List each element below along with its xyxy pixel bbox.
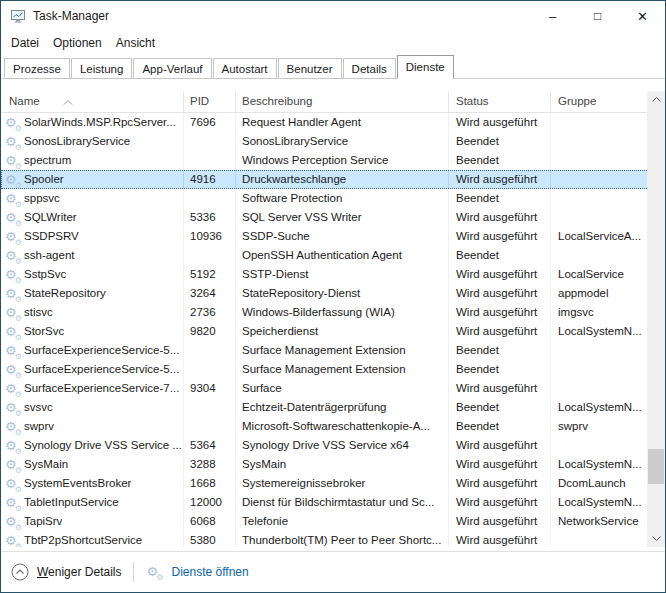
vertical-scrollbar[interactable]: [647, 91, 665, 547]
table-row[interactable]: ⚙⚙TbtP2pShortcutService5380Thunderbolt(T…: [1, 531, 649, 547]
service-group-cell: LocalSystemN...: [551, 398, 649, 417]
table-row[interactable]: ⚙⚙stisvc2736Windows-Bilderfassung (WIA)W…: [1, 303, 649, 322]
service-name: spectrum: [24, 151, 71, 170]
service-desc-cell: SSDP-Suche: [236, 227, 449, 246]
service-gear-icon: ⚙⚙: [5, 457, 20, 473]
service-pid-cell: 5380: [184, 531, 236, 547]
service-name-cell: ⚙⚙Spooler: [1, 170, 184, 189]
table-row[interactable]: ⚙⚙SonosLibraryServiceSonosLibraryService…: [1, 132, 649, 151]
column-header-name[interactable]: Name: [1, 91, 184, 112]
table-row[interactable]: ⚙⚙TabletInputService12000Dienst für Bild…: [1, 493, 649, 512]
tab-dienste[interactable]: Dienste: [397, 55, 454, 79]
service-desc-cell: Thunderbolt(TM) Peer to Peer Shortc...: [236, 531, 449, 547]
table-row[interactable]: ⚙⚙Spooler4916DruckwarteschlangeWird ausg…: [1, 170, 649, 189]
service-status-cell: Wird ausgeführt: [449, 303, 551, 322]
maximize-button[interactable]: □: [575, 1, 620, 31]
table-row[interactable]: ⚙⚙spectrumWindows Perception ServiceBeen…: [1, 151, 649, 170]
tab-autostart[interactable]: Autostart: [213, 58, 277, 79]
service-gear-icon: ⚙⚙: [5, 191, 20, 207]
service-pid-cell: 5336: [184, 208, 236, 227]
task-manager-window: Task-Manager – □ ✕ DateiOptionenAnsicht …: [0, 0, 666, 593]
close-button[interactable]: ✕: [620, 1, 665, 31]
tab-prozesse[interactable]: Prozesse: [4, 58, 70, 79]
service-name: SurfaceExperienceService-7...: [24, 379, 179, 398]
scroll-up-icon[interactable]: [647, 91, 665, 108]
table-rows: ⚙⚙SolarWinds.MSP.RpcServer...7696Request…: [1, 113, 665, 547]
table-row[interactable]: ⚙⚙StorSvc9820SpeicherdienstWird ausgefüh…: [1, 322, 649, 341]
service-pid-cell: [184, 398, 236, 417]
service-pid-cell: [184, 189, 236, 208]
table-row[interactable]: ⚙⚙swprvMicrosoft-Softwareschattenkopie-A…: [1, 417, 649, 436]
table-row[interactable]: ⚙⚙SurfaceExperienceService-5...Surface M…: [1, 360, 649, 379]
column-header-pid[interactable]: PID: [184, 91, 236, 112]
table-row[interactable]: ⚙⚙SstpSvc5192SSTP-DienstWird ausgeführtL…: [1, 265, 649, 284]
table-row[interactable]: ⚙⚙SurfaceExperienceService-5...Surface M…: [1, 341, 649, 360]
menu-item-ansicht[interactable]: Ansicht: [109, 36, 162, 50]
table-row[interactable]: ⚙⚙SurfaceExperienceService-7...9304Surfa…: [1, 379, 649, 398]
service-pid-cell: 7696: [184, 113, 236, 132]
window-controls: – □ ✕: [530, 1, 665, 31]
service-name: SolarWinds.MSP.RpcServer...: [24, 113, 176, 132]
service-name: StateRepository: [24, 284, 106, 303]
table-row[interactable]: ⚙⚙SSDPSRV10936SSDP-SucheWird ausgeführtL…: [1, 227, 649, 246]
service-group-cell: DcomLaunch: [551, 474, 649, 493]
service-name-cell: ⚙⚙SysMain: [1, 455, 184, 474]
table-row[interactable]: ⚙⚙SysMain3288SysMainWird ausgeführtLocal…: [1, 455, 649, 474]
service-name: TapiSrv: [24, 512, 62, 531]
footer-bar: Weniger Details ⚙⚙ Dienste öffnen: [1, 551, 665, 592]
menu-item-datei[interactable]: Datei: [4, 36, 46, 50]
column-header-status[interactable]: Status: [449, 91, 551, 112]
service-name: TabletInputService: [24, 493, 119, 512]
table-row[interactable]: ⚙⚙StateRepository3264StateRepository-Die…: [1, 284, 649, 303]
service-status-cell: Wird ausgeführt: [449, 208, 551, 227]
tab-leistung[interactable]: Leistung: [71, 58, 132, 79]
service-name: stisvc: [24, 303, 53, 322]
minimize-button[interactable]: –: [530, 1, 575, 31]
menu-item-optionen[interactable]: Optionen: [46, 36, 109, 50]
service-gear-icon: ⚙⚙: [5, 362, 20, 378]
weniger-details-button[interactable]: Weniger Details: [11, 563, 121, 581]
service-gear-icon: ⚙⚙: [5, 324, 20, 340]
table-row[interactable]: ⚙⚙ssh-agentOpenSSH Authentication AgentB…: [1, 246, 649, 265]
service-desc-cell: Dienst für Bildschirmtastatur und Sc...: [236, 493, 449, 512]
service-name-cell: ⚙⚙SonosLibraryService: [1, 132, 184, 151]
column-header-gruppe[interactable]: Gruppe: [551, 91, 649, 112]
service-name-cell: ⚙⚙swprv: [1, 417, 184, 436]
service-name: SurfaceExperienceService-5...: [24, 341, 179, 360]
service-gear-icon: ⚙⚙: [5, 248, 20, 264]
service-group-cell: [551, 132, 649, 151]
tab-app-verlauf[interactable]: App-Verlauf: [133, 58, 211, 79]
dienste-oeffnen-link[interactable]: ⚙⚙ Dienste öffnen: [146, 564, 248, 580]
window-title: Task-Manager: [33, 9, 109, 23]
tab-details[interactable]: Details: [343, 58, 396, 79]
service-pid-cell: [184, 417, 236, 436]
service-desc-cell: Microsoft-Softwareschattenkopie-A...: [236, 417, 449, 436]
table-row[interactable]: ⚙⚙TapiSrv6068TelefonieWird ausgeführtNet…: [1, 512, 649, 531]
service-gear-icon: ⚙⚙: [5, 210, 20, 226]
table-row[interactable]: ⚙⚙sppsvcSoftware ProtectionBeendet: [1, 189, 649, 208]
table-row[interactable]: ⚙⚙Synology Drive VSS Service ...5364Syno…: [1, 436, 649, 455]
dienste-oeffnen-label: Dienste öffnen: [171, 565, 248, 579]
table-row[interactable]: ⚙⚙SystemEventsBroker1668Systemereignisse…: [1, 474, 649, 493]
service-group-cell: LocalService: [551, 265, 649, 284]
tab-benutzer[interactable]: Benutzer: [278, 58, 342, 79]
service-group-cell: LocalSystemN...: [551, 455, 649, 474]
table-row[interactable]: ⚙⚙SQLWriter5336SQL Server VSS WriterWird…: [1, 208, 649, 227]
scrollbar-thumb[interactable]: [648, 449, 664, 484]
service-desc-cell: SonosLibraryService: [236, 132, 449, 151]
column-header-beschreibung[interactable]: Beschreibung: [236, 91, 449, 112]
service-name-cell: ⚙⚙StorSvc: [1, 322, 184, 341]
service-status-cell: Wird ausgeführt: [449, 227, 551, 246]
service-group-cell: imgsvc: [551, 303, 649, 322]
service-pid-cell: [184, 360, 236, 379]
service-group-cell: [551, 151, 649, 170]
scroll-down-icon[interactable]: [647, 530, 665, 547]
service-gear-icon: ⚙⚙: [5, 305, 20, 321]
weniger-details-label: Weniger Details: [37, 565, 121, 579]
service-group-cell: NetworkService: [551, 512, 649, 531]
service-desc-cell: Surface: [236, 379, 449, 398]
service-gear-icon: ⚙⚙: [5, 438, 20, 454]
table-row[interactable]: ⚙⚙svsvcEchtzeit-DatenträgerprüfungBeende…: [1, 398, 649, 417]
service-name-cell: ⚙⚙SurfaceExperienceService-5...: [1, 360, 184, 379]
table-row[interactable]: ⚙⚙SolarWinds.MSP.RpcServer...7696Request…: [1, 113, 649, 132]
